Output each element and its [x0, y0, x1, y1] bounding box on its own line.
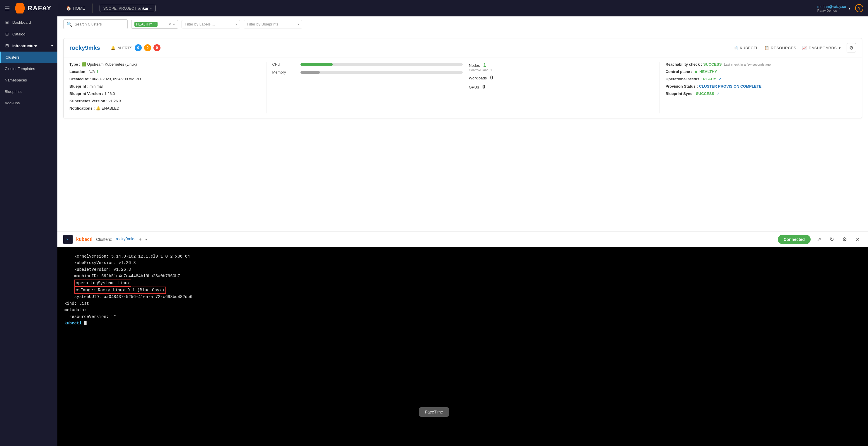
sidebar-item-blueprints[interactable]: Blueprints: [0, 86, 57, 97]
settings-icon: ⚙: [849, 45, 854, 51]
active-cluster-tab[interactable]: rocky9mks: [116, 236, 135, 242]
gpus-count: 0: [482, 84, 485, 90]
memory-metric-row: Memory: [272, 70, 463, 75]
operational-ext-link-icon[interactable]: ↗: [719, 77, 721, 81]
user-email: mohan@rafay.co: [817, 4, 846, 9]
provision-row: Provision Status : CLUSTER PROVISION COM…: [665, 84, 856, 89]
refresh-icon: ↻: [830, 236, 834, 243]
cluster-settings-button[interactable]: ⚙: [847, 43, 856, 53]
sidebar-item-namespaces[interactable]: Namespaces: [0, 75, 57, 86]
health-tag-close[interactable]: ✕: [153, 22, 156, 26]
terminal-line-1: kubeProxyVersion: v1.26.3: [64, 260, 861, 266]
logo: RAFAY: [14, 3, 52, 13]
hamburger-icon[interactable]: ☰: [5, 5, 10, 12]
app-body: ⊞ Dashboard ⊞ Catalog ⊞ Infrastructure ▾…: [0, 17, 868, 446]
sidebar-item-catalog[interactable]: ⊞ Catalog: [0, 28, 57, 40]
user-info: mohan@rafay.co Rafay Demos ▾: [817, 4, 850, 12]
nodes-count: 1: [483, 62, 486, 68]
dashboards-icon: 📈: [802, 46, 807, 50]
metrics-col: CPU Memory: [266, 62, 463, 113]
blueprints-filter-placeholder: Filter by Blueprints ...: [247, 22, 283, 26]
refresh-button[interactable]: ↻: [827, 235, 836, 244]
resources-icon: 📋: [764, 46, 769, 50]
terminal-line-3: machineID: 692b51e4e7e44484b19ba23a0b796…: [64, 273, 861, 279]
dashboard-icon: ⊞: [5, 20, 9, 25]
location-info-icon: ℹ: [97, 69, 98, 74]
labels-filter-arrow-icon: ▾: [236, 23, 237, 26]
scope-value: ankur: [138, 6, 149, 10]
dashboards-action[interactable]: 📈 DASHBOARDS ▾: [802, 46, 841, 50]
search-icon: 🔍: [66, 21, 72, 27]
cluster-list: rocky9mks 🔔 ALERTS 0 0 0 📄 KUBECTL: [57, 32, 868, 231]
blueprint-sync-ext-icon[interactable]: ↗: [717, 92, 719, 95]
connected-button[interactable]: Connected: [778, 235, 811, 244]
control-plane-dot: [694, 70, 697, 73]
provision-value: CLUSTER PROVISION COMPLETE: [699, 84, 762, 89]
home-link[interactable]: 🏠 HOME: [66, 6, 85, 10]
blueprints-filter[interactable]: Filter by Blueprints ... ▾: [244, 20, 302, 28]
external-link-button[interactable]: ↗: [814, 235, 824, 244]
terminal-settings-button[interactable]: ⚙: [840, 235, 849, 244]
terminal-line-5: osImage: Rocky Linux 9.1 (Blue Onyx): [64, 287, 861, 294]
kubectl-prompt: kubectl: [64, 321, 82, 326]
logo-text: RAFAY: [28, 4, 52, 12]
k8s-version-row: Kubernetes Version : v1.26.3: [69, 99, 260, 103]
cluster-card: rocky9mks 🔔 ALERTS 0 0 0 📄 KUBECTL: [63, 38, 862, 118]
cpu-bar: [301, 63, 333, 66]
terminal-prompt-line: kubectl █: [64, 320, 861, 326]
help-button[interactable]: ?: [855, 4, 863, 12]
sidebar-item-cluster-templates[interactable]: Cluster Templates: [0, 63, 57, 75]
home-icon: 🏠: [66, 6, 71, 10]
tab-plus-button[interactable]: +: [139, 237, 142, 242]
workloads-count: 0: [490, 75, 493, 81]
workloads-item: Workloads 0: [469, 75, 659, 81]
blueprint-sync-row: Blueprint Sync : SUCCESS ↗: [665, 91, 856, 96]
health-filter-clear-icon[interactable]: ✕: [168, 22, 171, 26]
sidebar-item-add-ons[interactable]: Add-Ons: [0, 97, 57, 109]
user-dropdown-icon[interactable]: ▾: [848, 6, 850, 10]
health-filter-arrow-icon[interactable]: ▾: [173, 22, 175, 26]
memory-bar: [301, 71, 320, 74]
sidebar-item-clusters[interactable]: Clusters: [0, 52, 57, 63]
kubectl-label: kubectl: [76, 237, 93, 242]
sidebar-item-infrastructure[interactable]: ⊞ Infrastructure ▾: [0, 40, 57, 52]
alert-badge-red: 0: [153, 44, 160, 51]
alerts-icon: 🔔: [111, 46, 115, 50]
location-row: Location : N/A ℹ: [69, 69, 260, 74]
cluster-details: Type : 🟩 Upstream Kubernetes (Linux) Loc…: [64, 57, 862, 118]
control-plane-status-row: Control plane : HEALTHY: [665, 69, 856, 74]
kubectl-action[interactable]: 📄 KUBECTL: [733, 46, 758, 50]
scope-arrow-icon: ▾: [150, 7, 152, 10]
cpu-label: CPU: [272, 62, 296, 66]
detail-info-col: Type : 🟩 Upstream Kubernetes (Linux) Loc…: [69, 62, 266, 113]
health-filter[interactable]: HEALTHY ✕ ✕ ▾: [131, 20, 178, 29]
terminal-line-0: kernelVersion: 5.14.0-162.12.1.el9_1.0.2…: [64, 253, 861, 260]
scope-selector[interactable]: SCOPE: PROJECT ankur ▾: [99, 5, 156, 12]
cpu-metric-row: CPU: [272, 62, 463, 66]
alerts-section: 🔔 ALERTS 0 0 0: [111, 44, 160, 51]
type-row: Type : 🟩 Upstream Kubernetes (Linux): [69, 62, 260, 66]
gpus-item: GPUs 0: [469, 84, 659, 90]
terminal-line-7: kind: List: [64, 300, 861, 307]
close-terminal-button[interactable]: ✕: [853, 235, 862, 244]
sidebar-item-dashboard[interactable]: ⊞ Dashboard: [0, 17, 57, 28]
logo-icon: [14, 3, 25, 13]
reachability-value: SUCCESS: [704, 62, 722, 66]
operational-row: Operational Status : READY ↗: [665, 77, 856, 81]
memory-label: Memory: [272, 70, 296, 75]
resources-action[interactable]: 📋 RESOURCES: [764, 46, 796, 50]
highlight-os-image: osImage: Rocky Linux 9.1 (Blue Onyx): [74, 287, 166, 294]
close-icon: ✕: [856, 236, 860, 243]
kubectl-terminal-icon: >_: [63, 235, 73, 244]
terminal-line-9: resourceVersion: "": [64, 314, 861, 320]
search-input[interactable]: [75, 22, 124, 26]
main-content: 🔍 HEALTHY ✕ ✕ ▾ Filter by Labels ... ▾ F…: [57, 17, 868, 446]
tab-dropdown-icon[interactable]: ▾: [145, 237, 147, 241]
created-at-row: Created At : 06/27/2023, 09:45:09 AM PDT: [69, 77, 260, 81]
labels-filter[interactable]: Filter by Labels ... ▾: [182, 20, 240, 28]
reachability-checkin: Last check-in a few seconds ago: [724, 63, 771, 66]
reachability-row: Reachability check : SUCCESS Last check-…: [665, 62, 856, 66]
clusters-label: Clusters:: [96, 237, 112, 242]
cluster-header: rocky9mks 🔔 ALERTS 0 0 0 📄 KUBECTL: [64, 38, 862, 57]
control-plane-sub: Control-Plane: 1: [469, 68, 659, 72]
